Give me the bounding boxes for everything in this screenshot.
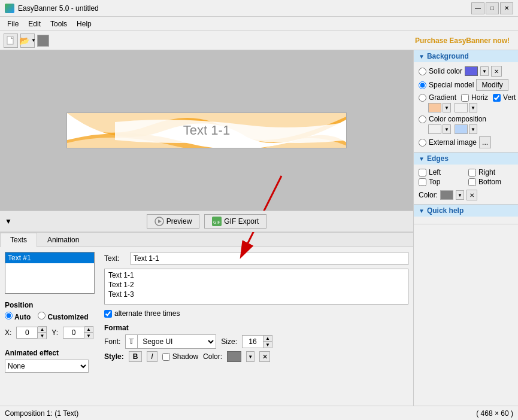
size-input-group: ▲ ▼ xyxy=(242,335,272,348)
vert-checkbox[interactable] xyxy=(493,94,501,102)
minimize-button[interactable]: — xyxy=(471,2,484,14)
auto-radio[interactable] xyxy=(5,312,13,319)
text-input[interactable] xyxy=(131,252,408,265)
top-edge-checkbox[interactable] xyxy=(419,178,426,186)
size-input[interactable] xyxy=(242,335,263,348)
menu-edit[interactable]: Edit xyxy=(23,19,46,29)
left-edge-option[interactable]: Left xyxy=(419,168,464,176)
multiline-item-1[interactable]: Text 1-2 xyxy=(107,280,405,290)
bottom-edge-option[interactable]: Bottom xyxy=(468,178,513,186)
top-edge-option[interactable]: Top xyxy=(419,178,464,186)
x-input-group: ▲ ▼ xyxy=(16,326,47,339)
x-input[interactable] xyxy=(16,327,38,339)
solid-color-swatch xyxy=(465,66,478,76)
gradient-label: Gradient xyxy=(429,93,456,102)
toolbar-extra-button[interactable] xyxy=(37,35,49,47)
font-color-reset-button[interactable]: ✕ xyxy=(259,351,270,362)
quick-help-title: Quick help xyxy=(427,206,464,215)
maximize-button[interactable]: □ xyxy=(486,2,499,14)
italic-button[interactable]: I xyxy=(147,351,157,362)
shadow-checkbox[interactable] xyxy=(162,353,170,361)
horiz-option[interactable]: Horiz xyxy=(461,93,488,102)
toolbar-open-button[interactable]: 📂 ▼ xyxy=(20,34,35,48)
toolbar-new-button[interactable] xyxy=(4,34,18,48)
shadow-label[interactable]: Shadow xyxy=(162,352,198,361)
effect-select[interactable]: None xyxy=(5,360,89,373)
y-input[interactable] xyxy=(63,327,84,339)
text-listbox[interactable]: Text #1 xyxy=(5,252,95,294)
special-model-radio[interactable] xyxy=(419,81,426,89)
menu-file[interactable]: File xyxy=(2,19,23,29)
tab-animation[interactable]: Animation xyxy=(37,233,89,246)
tabs-header: Texts Animation xyxy=(0,233,413,247)
banner-container: Text 1-1 xyxy=(66,112,347,148)
gradient-color2-dropdown[interactable]: ▼ xyxy=(469,103,477,112)
multiline-item-2[interactable]: Text 1-3 xyxy=(107,290,405,299)
comp-color1-dropdown[interactable]: ▼ xyxy=(443,124,451,134)
right-edge-checkbox[interactable] xyxy=(468,169,476,176)
statusbar: Composition 1: (1 Text) ( 468 × 60 ) xyxy=(0,406,518,420)
gif-export-button[interactable]: GIF GIF Export xyxy=(204,214,266,229)
comp-color2-dropdown[interactable]: ▼ xyxy=(469,124,477,134)
preview-button[interactable]: Preview xyxy=(147,214,200,229)
svg-marker-6 xyxy=(158,220,162,223)
x-down-button[interactable]: ▼ xyxy=(38,333,46,339)
text-listbox-item[interactable]: Text #1 xyxy=(5,252,94,263)
edges-header: ▼ Edges xyxy=(414,153,518,165)
color-composition-radio[interactable] xyxy=(419,115,426,123)
x-spinner: ▲ ▼ xyxy=(38,326,47,339)
edges-section: ▼ Edges Left Right Top xyxy=(414,153,518,205)
customized-radio-label[interactable]: Customized xyxy=(38,312,88,321)
style-label: Style: xyxy=(104,352,124,361)
edge-color-reset-button[interactable]: ✕ xyxy=(466,190,477,200)
external-image-radio[interactable] xyxy=(419,139,426,147)
size-spinner: ▲ ▼ xyxy=(263,335,272,348)
edge-color-dropdown[interactable]: ▼ xyxy=(456,190,464,200)
external-image-label: External image xyxy=(429,138,477,147)
alternate-checkbox[interactable] xyxy=(104,310,112,318)
y-up-button[interactable]: ▲ xyxy=(84,327,93,333)
text-field-row: Text: xyxy=(104,252,408,265)
solid-color-dropdown[interactable]: ▼ xyxy=(480,66,489,76)
size-up-button[interactable]: ▲ xyxy=(263,336,272,342)
position-label: Position xyxy=(5,301,95,309)
menu-tools[interactable]: Tools xyxy=(46,19,72,29)
alternate-label: alternate three times xyxy=(114,309,180,318)
menu-help[interactable]: Help xyxy=(72,19,96,29)
purchase-label[interactable]: Purchase EasyBanner now! xyxy=(415,36,510,45)
x-up-button[interactable]: ▲ xyxy=(38,327,46,333)
size-down-button[interactable]: ▼ xyxy=(263,342,272,348)
font-color-dropdown[interactable]: ▼ xyxy=(246,351,255,362)
vert-option[interactable]: Vert xyxy=(493,93,516,102)
text-multiline[interactable]: Text 1-1 Text 1-2 Text 1-3 xyxy=(104,269,408,305)
right-edge-option[interactable]: Right xyxy=(468,168,513,176)
gif-icon: GIF xyxy=(212,217,222,226)
tab-texts[interactable]: Texts xyxy=(0,233,37,247)
bottom-edge-checkbox[interactable] xyxy=(468,178,476,186)
font-select[interactable]: Segoe UI xyxy=(138,335,216,348)
gradient-radio[interactable] xyxy=(419,94,426,102)
y-spinner: ▲ ▼ xyxy=(84,326,93,339)
bold-button[interactable]: B xyxy=(129,351,143,362)
auto-radio-label[interactable]: Auto xyxy=(5,312,31,321)
font-type-icon: 𝕋 xyxy=(126,335,138,348)
gradient-row: Gradient Horiz Vert ▼ xyxy=(419,93,513,112)
horiz-checkbox[interactable] xyxy=(461,94,469,102)
solid-color-reset-button[interactable]: ✕ xyxy=(491,66,502,77)
color-composition-row: Color composition ▼ ▼ xyxy=(419,115,513,134)
collapse-arrow[interactable]: ▼ xyxy=(4,217,13,226)
banner-text: Text 1-1 xyxy=(67,113,346,148)
gradient-color1-dropdown[interactable]: ▼ xyxy=(443,103,451,112)
modify-button[interactable]: Modify xyxy=(476,79,508,91)
solid-color-option: Solid color ▼ ✕ xyxy=(419,66,513,77)
background-collapse-arrow[interactable]: ▼ xyxy=(419,53,425,60)
solid-color-radio[interactable] xyxy=(419,68,426,75)
edges-collapse-arrow[interactable]: ▼ xyxy=(419,156,425,162)
close-button[interactable]: ✕ xyxy=(500,2,513,14)
left-edge-checkbox[interactable] xyxy=(419,169,426,176)
y-down-button[interactable]: ▼ xyxy=(84,333,93,339)
multiline-item-0[interactable]: Text 1-1 xyxy=(107,270,405,280)
browse-button[interactable]: ... xyxy=(479,136,491,148)
quick-help-collapse-arrow[interactable]: ▼ xyxy=(419,208,425,214)
customized-radio[interactable] xyxy=(38,312,46,319)
